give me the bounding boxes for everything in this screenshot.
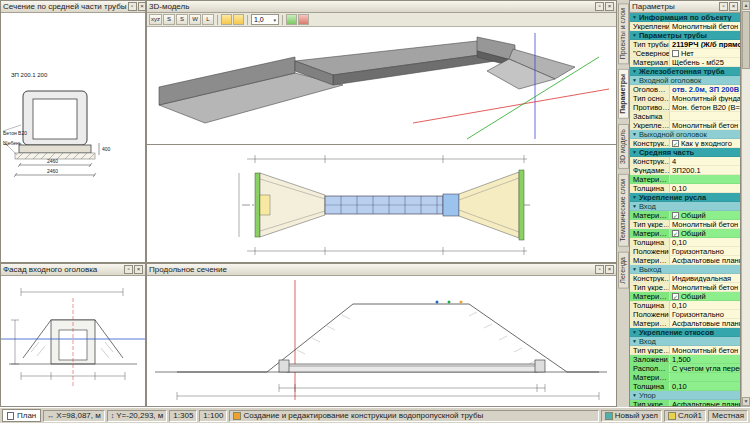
param-row[interactable]: Засыпка bbox=[630, 112, 740, 121]
collapse-arrow-icon[interactable]: ▼ bbox=[632, 14, 637, 20]
scroll-track[interactable] bbox=[742, 10, 750, 397]
param-section[interactable]: ▼Выход bbox=[630, 265, 740, 274]
panel-titlebar[interactable]: 3D-модель ▫ × bbox=[147, 1, 616, 13]
param-row[interactable]: ПоложениеГоризонтально bbox=[630, 247, 740, 256]
zoom-combo[interactable]: 1,0 ▾ bbox=[251, 14, 279, 25]
collapse-arrow-icon[interactable]: ▼ bbox=[632, 149, 637, 155]
param-row[interactable]: Толщина0,10 bbox=[630, 301, 740, 310]
param-row[interactable]: Тип укре…Монолитный бетон (отв. 2.0м) bbox=[630, 220, 740, 229]
close-button[interactable]: × bbox=[134, 265, 143, 274]
scroll-down-icon[interactable]: ▼ bbox=[742, 397, 750, 406]
close-button[interactable]: × bbox=[729, 2, 738, 11]
param-row[interactable]: Толщина0,10 bbox=[630, 382, 740, 391]
section-mode-icon[interactable] bbox=[298, 14, 309, 25]
param-section[interactable]: ▼Выходной оголовок bbox=[630, 130, 740, 139]
param-section[interactable]: ▼Укрепление откосов bbox=[630, 328, 740, 337]
param-row[interactable]: Конструк…4 bbox=[630, 157, 740, 166]
checkbox-icon[interactable]: ✓ bbox=[672, 293, 679, 300]
param-row[interactable]: Тип осно…Монолитный фундамент bbox=[630, 94, 740, 103]
param-row[interactable]: Матери… bbox=[630, 373, 740, 382]
param-row[interactable]: Тип укре…Монолитный бетон (отв. 2.0м) bbox=[630, 283, 740, 292]
param-row[interactable]: Матери…Асфальтовые планки - СМН_106 bbox=[630, 319, 740, 328]
shade-button[interactable]: S bbox=[163, 14, 175, 25]
layers-icon[interactable] bbox=[221, 14, 232, 25]
panel-titlebar[interactable]: Сечение по средней части трубы ▫ × bbox=[1, 1, 145, 13]
collapse-arrow-icon[interactable]: ▼ bbox=[632, 68, 637, 74]
param-row[interactable]: Тип укре…Асфальтовые планки - СМН_106 bbox=[630, 400, 740, 406]
param-section[interactable]: ▼Вход bbox=[630, 202, 740, 211]
3d-viewport[interactable] bbox=[147, 27, 616, 144]
param-row[interactable]: Матери…✓Общий bbox=[630, 229, 740, 238]
checkbox-icon[interactable] bbox=[672, 50, 679, 57]
param-row[interactable]: Матери…✓Общий bbox=[630, 292, 740, 301]
param-section[interactable]: ▼Параметры трубы bbox=[630, 31, 740, 40]
param-section[interactable]: ▼Железобетонная труба bbox=[630, 67, 740, 76]
param-row[interactable]: Оголов…отв. 2.0м, ЗП 200В (ср. часть ЗП … bbox=[630, 85, 740, 94]
panel-titlebar[interactable]: Продольное сечение ▫ × bbox=[147, 264, 616, 276]
float-button[interactable]: ▫ bbox=[719, 2, 728, 11]
float-button[interactable]: ▫ bbox=[128, 2, 137, 11]
collapse-arrow-icon[interactable]: ▼ bbox=[632, 32, 637, 38]
shade2-button[interactable]: S bbox=[176, 14, 188, 25]
param-section[interactable]: ▼Упор bbox=[630, 391, 740, 400]
param-row[interactable]: Фундаме…ЗП200.1 bbox=[630, 166, 740, 175]
collapse-arrow-icon[interactable]: ▼ bbox=[632, 338, 637, 344]
collapse-arrow-icon[interactable]: ▼ bbox=[632, 77, 637, 83]
close-button[interactable]: × bbox=[138, 2, 145, 11]
param-row[interactable]: Матери… bbox=[630, 175, 740, 184]
param-row[interactable]: Толщина0,10 bbox=[630, 238, 740, 247]
scale-horizontal[interactable]: 1:305 bbox=[169, 410, 197, 422]
param-row[interactable]: "Северное…Нет bbox=[630, 49, 740, 58]
dock-tab-thematic[interactable]: Тематические слои bbox=[618, 174, 629, 247]
panel-titlebar[interactable]: Фасад входного оголовка ▫ × bbox=[1, 264, 145, 276]
param-section[interactable]: ▼Информация по объекту bbox=[630, 13, 740, 22]
collapse-arrow-icon[interactable]: ▼ bbox=[632, 194, 637, 200]
param-row[interactable]: Матери…✓Общий bbox=[630, 211, 740, 220]
param-scrollbar[interactable]: ▲ ▼ bbox=[741, 0, 750, 407]
param-row[interactable]: Укреплени…Монолитный бетон (отв. 2.0м) -… bbox=[630, 22, 740, 31]
scale-vertical[interactable]: 1:100 bbox=[199, 410, 227, 422]
checkbox-icon[interactable]: ✓ bbox=[672, 230, 679, 237]
light-button[interactable]: L bbox=[202, 14, 214, 25]
wireframe-button[interactable]: W bbox=[189, 14, 201, 25]
param-row[interactable]: Противо…Мон. бетон В20 (В=2.26м, для ЗП … bbox=[630, 103, 740, 112]
param-row[interactable]: ПоложениеГоризонтально bbox=[630, 310, 740, 319]
collapse-arrow-icon[interactable]: ▼ bbox=[632, 392, 637, 398]
panel-titlebar[interactable]: Параметры ▫ × bbox=[630, 1, 740, 13]
param-row[interactable]: Заложени…1,500 bbox=[630, 355, 740, 364]
checkbox-icon[interactable]: ✓ bbox=[672, 212, 679, 219]
tab-plan[interactable]: План bbox=[2, 409, 41, 422]
scroll-thumb[interactable] bbox=[742, 11, 750, 69]
dock-tab-3d[interactable]: 3D модель bbox=[618, 124, 629, 169]
float-button[interactable]: ▫ bbox=[595, 2, 604, 11]
checkbox-icon[interactable]: ✓ bbox=[672, 140, 679, 147]
param-section[interactable]: ▼Входной оголовок bbox=[630, 76, 740, 85]
render-mode-icon[interactable] bbox=[286, 14, 297, 25]
node-indicator[interactable]: Новый узел bbox=[601, 410, 662, 422]
section-canvas[interactable]: ЗП 200.1 200 Бетон В20 Щебень 2460 2460 … bbox=[1, 13, 145, 262]
collapse-arrow-icon[interactable]: ▼ bbox=[632, 203, 637, 209]
float-button[interactable]: ▫ bbox=[124, 265, 133, 274]
param-row[interactable]: Матери…Асфальтовые планки - СМН_106 bbox=[630, 256, 740, 265]
param-row[interactable]: Укрепле…Монолитный бетон bbox=[630, 121, 740, 130]
coord-system-indicator[interactable]: Местная bbox=[708, 410, 748, 422]
plan-viewport[interactable] bbox=[147, 145, 616, 262]
scroll-up-icon[interactable]: ▲ bbox=[742, 1, 750, 10]
dock-tab-parameters[interactable]: Параметры bbox=[618, 69, 629, 119]
collapse-arrow-icon[interactable]: ▼ bbox=[632, 329, 637, 335]
param-row[interactable]: Конструк…Индивидуальная bbox=[630, 274, 740, 283]
collapse-arrow-icon[interactable]: ▼ bbox=[632, 266, 637, 272]
param-section[interactable]: ▼Средняя часть bbox=[630, 148, 740, 157]
param-section[interactable]: ▼Вход bbox=[630, 337, 740, 346]
collapse-arrow-icon[interactable]: ▼ bbox=[632, 131, 637, 137]
param-row[interactable]: Тип укре…Монолитный бетон (отв. 2.0м) bbox=[630, 346, 740, 355]
param-row[interactable]: Материал п…Щебень - мб25 bbox=[630, 58, 740, 67]
dock-tab-legend[interactable]: Легенда bbox=[618, 252, 629, 289]
longitudinal-canvas[interactable] bbox=[147, 276, 616, 406]
param-row[interactable]: Тип трубы2119РЧ (Ж/б прямоугольные) bbox=[630, 40, 740, 49]
axes-button[interactable]: xyz bbox=[149, 14, 162, 25]
facade-canvas[interactable] bbox=[1, 276, 145, 406]
param-row[interactable]: Распол…С учетом угла пересечения с осью … bbox=[630, 364, 740, 373]
param-section[interactable]: ▼Укрепление русла bbox=[630, 193, 740, 202]
param-row[interactable]: Конструк…✓Как у входного bbox=[630, 139, 740, 148]
